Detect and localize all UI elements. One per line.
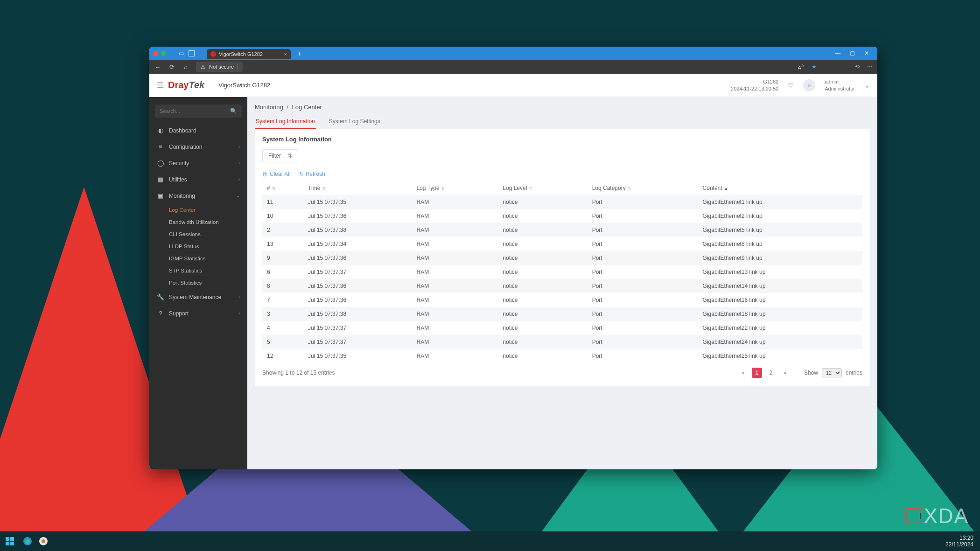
taskbar-edge-icon[interactable] (21, 535, 34, 547)
cell-cat: Port (588, 335, 698, 349)
svg-rect-2 (6, 542, 9, 545)
mac-min-icon[interactable] (161, 51, 166, 56)
tab-system-log-settings[interactable]: System Log Settings (328, 114, 381, 129)
user-role: Administrator (825, 85, 855, 92)
device-name: VigorSwitch G1282 (218, 82, 270, 89)
window-minimize-icon[interactable]: — (835, 50, 840, 56)
page-size-select[interactable]: 12 (822, 368, 842, 377)
page-2[interactable]: 2 (766, 368, 776, 378)
cell-type: RAM (412, 307, 498, 321)
sidebar-item-igmp[interactable]: IGMP Statistics (169, 252, 247, 265)
sidebar-item-stp[interactable]: STP Statistics (169, 265, 247, 277)
table-row[interactable]: 2Jul 15 07:37:38RAMnoticePortGigabitEthe… (262, 223, 862, 237)
cell-level: notice (498, 293, 587, 307)
sidebar-item-support[interactable]: ? Support › (149, 305, 247, 321)
avatar[interactable]: a (803, 79, 815, 91)
url-field[interactable]: ⚠ Not secure (196, 62, 243, 72)
sidebar-search[interactable]: 🔍 (155, 105, 242, 118)
tab-actions-icon[interactable]: ▭ (176, 50, 186, 56)
cell-level: notice (498, 195, 587, 209)
sidebar-item-configuration[interactable]: ≡ Configuration › (149, 139, 247, 155)
cell-cat: Port (588, 209, 698, 223)
refresh-icon[interactable]: ⟳ (168, 63, 175, 70)
crumb-monitoring[interactable]: Monitoring (255, 104, 283, 111)
tab-system-log-info[interactable]: System Log Information (255, 114, 316, 129)
table-row[interactable]: 4Jul 15 07:37:37RAMnoticePortGigabitEthe… (262, 321, 862, 335)
col-time[interactable]: Time⇅ (303, 181, 412, 195)
search-icon[interactable]: 🔍 (230, 108, 237, 114)
filter-button[interactable]: Filter ⇅ (262, 149, 298, 162)
show-label: Show (804, 370, 818, 376)
log-table: #⇅ Time⇅ Log Type⇅ Log Level⇅ Log Catego… (262, 181, 862, 363)
col-log-category[interactable]: Log Category⇅ (588, 181, 698, 195)
text-size-icon[interactable]: AA (798, 63, 804, 70)
table-row[interactable]: 6Jul 15 07:37:37RAMnoticePortGigabitEthe… (262, 265, 862, 279)
sidebar-item-monitoring[interactable]: ▣ Monitoring ⌄ (149, 188, 247, 204)
filter-icon: ⇅ (287, 153, 292, 159)
svg-rect-0 (6, 537, 9, 541)
sliders-icon: ≡ (157, 143, 164, 150)
taskbar-app-icon[interactable] (37, 535, 49, 547)
page-next[interactable]: » (780, 368, 790, 378)
system-tray[interactable]: 13:20 22/11/2024 (945, 535, 976, 548)
window-titlebar[interactable]: ▭ VigorSwitch G1282 × + — ▢ ✕ (149, 47, 877, 60)
bell-icon[interactable]: ♡ (788, 82, 794, 89)
cell-time: Jul 15 07:37:36 (303, 209, 412, 223)
sync-icon[interactable]: ⟲ (855, 63, 860, 70)
cell-content: GigabitEthernet22 link up (698, 321, 862, 335)
table-row[interactable]: 9Jul 15 07:37:36RAMnoticePortGigabitEthe… (262, 251, 862, 265)
breadcrumb: Monitoring / Log Center (255, 104, 870, 111)
sidebar-item-log-center[interactable]: Log Center (169, 204, 247, 216)
table-row[interactable]: 11Jul 15 07:37:35RAMnoticePortGigabitEth… (262, 195, 862, 209)
mac-close-icon[interactable] (153, 51, 158, 56)
table-row[interactable]: 8Jul 15 07:37:36RAMnoticePortGigabitEthe… (262, 279, 862, 293)
sidebar-item-utilities[interactable]: ▦ Utilities › (149, 171, 247, 188)
cell-content: GigabitEthernet8 link up (698, 237, 862, 251)
windows-taskbar[interactable]: 13:20 22/11/2024 (0, 531, 980, 551)
showing-text: Showing 1 to 12 of 15 entries (262, 370, 335, 376)
cell-n: 5 (262, 335, 303, 349)
menu-icon[interactable]: ⋯ (867, 63, 873, 70)
col-log-level[interactable]: Log Level⇅ (498, 181, 587, 195)
table-row[interactable]: 13Jul 15 07:37:34RAMnoticePortGigabitEth… (262, 237, 862, 251)
back-icon[interactable]: ← (154, 63, 161, 70)
page-prev[interactable]: « (738, 368, 748, 378)
start-button[interactable] (4, 535, 16, 547)
home-icon[interactable]: ⌂ (182, 63, 189, 70)
page-1[interactable]: 1 (752, 368, 762, 378)
sidebar-item-security[interactable]: ◯ Security › (149, 155, 247, 171)
cell-n: 13 (262, 237, 303, 251)
cell-n: 3 (262, 307, 303, 321)
tab-overview-icon[interactable] (189, 50, 195, 56)
menu-toggle-icon[interactable]: ☰ (157, 81, 168, 90)
table-row[interactable]: 7Jul 15 07:37:36RAMnoticePortGigabitEthe… (262, 293, 862, 307)
col-log-type[interactable]: Log Type⇅ (412, 181, 498, 195)
cell-cat: Port (588, 293, 698, 307)
close-tab-icon[interactable]: × (284, 51, 287, 57)
browser-tab[interactable]: VigorSwitch G1282 × (207, 49, 291, 59)
clear-all-link[interactable]: 🗑Clear All (262, 171, 291, 177)
cell-n: 9 (262, 251, 303, 265)
favorite-icon[interactable]: ★ (812, 63, 817, 70)
chevron-down-icon[interactable]: ⌄ (864, 82, 870, 89)
sidebar-item-cli[interactable]: CLI Sessions (169, 228, 247, 240)
sidebar-item-system-maintenance[interactable]: 🔧 System Maintenance › (149, 289, 247, 305)
table-row[interactable]: 10Jul 15 07:37:36RAMnoticePortGigabitEth… (262, 209, 862, 223)
favicon-icon (210, 51, 216, 57)
sidebar-item-dashboard[interactable]: ◐ Dashboard (149, 122, 247, 139)
col-content[interactable]: Content▲ (698, 181, 862, 195)
col-num[interactable]: #⇅ (262, 181, 303, 195)
refresh-link[interactable]: ↻Refresh (299, 171, 325, 177)
sidebar-item-port[interactable]: Port Statistics (169, 277, 247, 289)
sidebar-item-bandwidth[interactable]: Bandwidth Utilization (169, 216, 247, 228)
search-input[interactable] (160, 108, 230, 114)
table-row[interactable]: 5Jul 15 07:37:37RAMnoticePortGigabitEthe… (262, 335, 862, 349)
window-close-icon[interactable]: ✕ (864, 50, 869, 56)
table-row[interactable]: 12Jul 15 07:37:35RAMnoticePortGigabitEth… (262, 349, 862, 363)
chevron-down-icon: ⌄ (236, 193, 240, 198)
new-tab-button[interactable]: + (294, 49, 306, 57)
table-row[interactable]: 3Jul 15 07:37:38RAMnoticePortGigabitEthe… (262, 307, 862, 321)
window-maximize-icon[interactable]: ▢ (850, 50, 855, 56)
cell-cat: Port (588, 251, 698, 265)
sidebar-item-lldp[interactable]: LLDP Status (169, 240, 247, 252)
